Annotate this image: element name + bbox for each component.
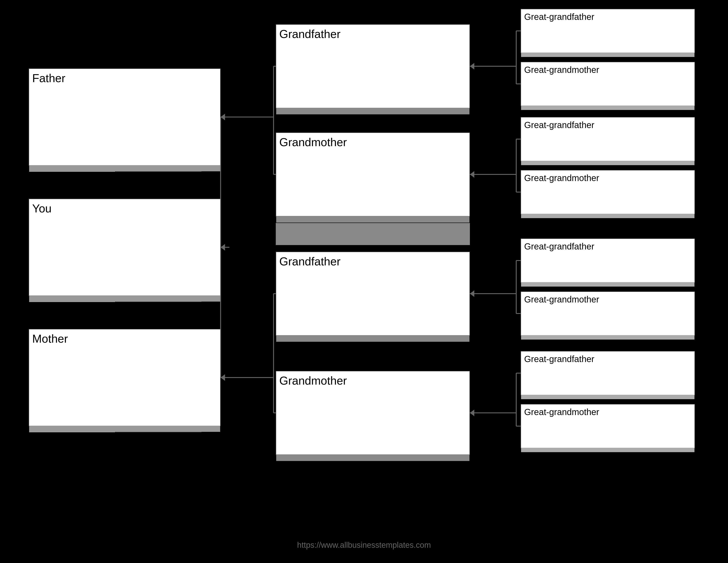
gg2-box: Great-grandmother: [521, 62, 695, 106]
mother-tab-left: [29, 426, 115, 432]
maternal-grandmother-label: Grandmother: [279, 374, 347, 387]
gg5-label: Great-grandfather: [524, 241, 594, 251]
father-tab-left: [29, 165, 115, 172]
paternal-grandfather-box: Grandfather: [276, 24, 470, 108]
gg7-box: Great-grandfather: [521, 351, 695, 395]
svg-marker-28: [470, 290, 474, 297]
mother-label: Mother: [32, 332, 68, 345]
svg-marker-13: [221, 244, 225, 250]
footer-url: https://www.allbusinesstemplates.com: [297, 540, 431, 550]
gg6-box: Great-grandmother: [521, 292, 695, 336]
svg-marker-33: [470, 410, 474, 416]
gg4-box: Great-grandmother: [521, 170, 695, 214]
gg8-box: Great-grandmother: [521, 404, 695, 448]
maternal-grandfather-box: Grandfather: [276, 252, 470, 336]
father-label: Father: [32, 71, 65, 85]
father-box: Father: [29, 68, 221, 165]
paternal-grandmother-label: Grandmother: [279, 135, 347, 149]
gg1-label: Great-grandfather: [524, 12, 594, 22]
grey-gap-1: [276, 223, 470, 245]
paternal-grandmother-box: Grandmother: [276, 132, 470, 216]
you-box: You: [29, 199, 221, 296]
gg7-label: Great-grandfather: [524, 354, 594, 364]
you-label: You: [32, 202, 52, 215]
maternal-grandfather-label: Grandfather: [279, 255, 341, 268]
svg-marker-18: [470, 63, 474, 70]
gg2-label: Great-grandmother: [524, 65, 599, 75]
father-tab-right: [116, 165, 202, 172]
svg-marker-6: [221, 114, 225, 120]
you-tab-right: [116, 296, 202, 302]
paternal-grandfather-label: Grandfather: [279, 27, 341, 41]
gg5-box: Great-grandfather: [521, 238, 695, 283]
svg-marker-11: [221, 374, 225, 381]
gg1-box: Great-grandfather: [521, 9, 695, 53]
you-tab-left: [29, 296, 115, 302]
gg8-label: Great-grandmother: [524, 407, 599, 417]
gg3-box: Great-grandfather: [521, 117, 695, 161]
gg6-label: Great-grandmother: [524, 295, 599, 305]
svg-marker-23: [470, 171, 474, 178]
maternal-grandmother-box: Grandmother: [276, 371, 470, 455]
mother-box: Mother: [29, 329, 221, 426]
gg3-label: Great-grandfather: [524, 120, 594, 130]
mother-tab-right: [116, 426, 202, 432]
gg4-label: Great-grandmother: [524, 173, 599, 183]
